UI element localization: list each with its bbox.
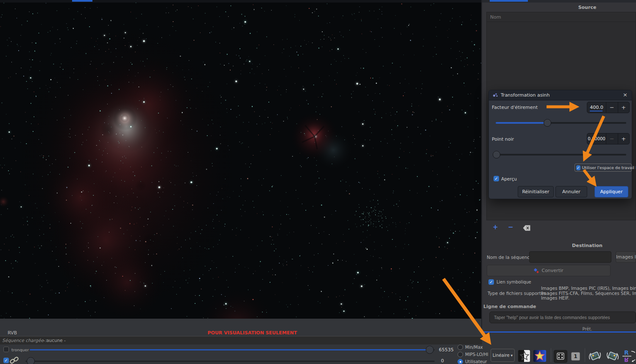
truncate-checkbox[interactable] (3, 347, 9, 352)
panel-tab-indicator (490, 0, 528, 2)
asinh-dialog: Transformation asinh × Facteur d'étireme… (488, 90, 632, 199)
filetypes-line: Images HEIF. (541, 296, 636, 301)
apply-button[interactable]: Appliquer (594, 186, 628, 197)
dialog-title: Transformation asinh (501, 92, 550, 98)
column-header-nom: Nom (490, 14, 501, 20)
dialog-titlebar[interactable]: Transformation asinh × (489, 90, 632, 100)
hi-slider-handle[interactable] (426, 346, 434, 354)
remove-files-button[interactable]: − (508, 224, 513, 231)
rgb-workspace-checkbox[interactable]: ✓ (576, 165, 580, 170)
lo-slider-track[interactable] (25, 361, 435, 362)
radio-minmax-label: Min/Max (465, 345, 483, 350)
symlink-checkbox[interactable]: ✓ (488, 279, 494, 285)
stretch-plus-button[interactable]: + (618, 102, 629, 113)
radio-minmax[interactable] (457, 345, 463, 350)
cancel-button[interactable]: Annuler (555, 186, 587, 197)
radio-mips[interactable] (457, 352, 463, 357)
fit-view-icon (554, 350, 567, 362)
sequence-name-label: Nom de la séquence : (487, 255, 535, 260)
convert-button[interactable]: Convertir (487, 265, 611, 276)
radio-mips-label: MIPS-LO/HI (465, 352, 488, 357)
source-section-title: Source (545, 5, 630, 10)
close-icon[interactable]: × (623, 92, 628, 98)
rotate-left-icon[interactable] (587, 349, 603, 363)
checkmark-icon: ✓ (4, 358, 8, 363)
radio-user[interactable] (457, 359, 463, 364)
display-mode-value: Linéaire (493, 353, 510, 358)
blackpoint-value[interactable]: 0.00000 (587, 136, 606, 141)
entry-focus-underline (590, 111, 603, 111)
add-files-button[interactable]: + (493, 224, 498, 231)
sequence-status-row: Séquence chargée : - aucune - (0, 336, 482, 345)
preview-checkbox[interactable]: ✓ (494, 176, 499, 181)
link-channels-checkbox[interactable]: ✓ (3, 358, 9, 363)
output-format-dropdown[interactable]: Images F (616, 251, 636, 263)
filetypes-line: Images BMP, Images PIC (IRIS), Images bi… (541, 286, 636, 291)
convert-label: Convertir (541, 268, 563, 273)
blackpoint-label: Point noir (492, 136, 514, 142)
siril-window: RVB POUR VISUALISATION SEULEMENT Séquenc… (0, 0, 636, 364)
stretch-minus-button[interactable]: − (606, 102, 617, 113)
checkmark-icon: ✓ (577, 166, 580, 170)
sequence-loaded-value: - aucune - (43, 338, 66, 343)
fit-view-button[interactable] (554, 350, 567, 363)
radio-user-label: Utilisateur (465, 359, 487, 364)
toolbar-separator (551, 348, 551, 362)
display-mode-dropdown[interactable]: Linéaire ▼ (491, 349, 515, 362)
stretch-slider-handle[interactable] (544, 119, 551, 127)
destination-section-title: Destination (545, 243, 630, 248)
stretch-factor-label: Facteur d'étirement (492, 105, 538, 110)
lo-value: 0 (441, 358, 444, 364)
flip-top-letter: R (624, 349, 629, 356)
truncate-label: tronquer (11, 347, 29, 352)
hi-slider-fill (30, 349, 430, 350)
asinh-dialog-icon (492, 92, 498, 98)
blackpoint-plus-button[interactable]: + (618, 133, 629, 144)
preview-label: Aperçu (501, 176, 517, 181)
flip-bottom-letter: R (624, 356, 629, 363)
flip-vertical-icon[interactable]: R R (622, 348, 635, 364)
chevron-down-icon: ▼ (511, 354, 513, 357)
blackpoint-slider-handle[interactable] (493, 151, 500, 158)
negative-view-icon[interactable] (518, 350, 530, 362)
rgb-workspace-row[interactable]: ✓ Utiliser l'espace de travail RGB (575, 164, 632, 172)
toolbar-separator (585, 348, 585, 362)
stretch-factor-value[interactable]: 400.0 (587, 105, 606, 110)
lo-slider-handle[interactable] (27, 357, 35, 364)
chain-link-icon (10, 356, 19, 364)
hi-value: 65535 (439, 347, 454, 353)
image-tab-bar: RVB POUR VISUALISATION SEULEMENT (0, 319, 482, 336)
commandline-title: Ligne de commande (483, 304, 536, 309)
rotate-right-icon[interactable] (605, 349, 620, 363)
sequence-name-input[interactable] (529, 251, 611, 263)
convert-icon (534, 268, 539, 273)
progress-bar (482, 331, 636, 333)
false-color-star-icon[interactable] (533, 350, 546, 362)
filetypes-label: Type de fichiers supportés : (488, 291, 549, 296)
zoom-one-to-one-button[interactable]: 1 (571, 352, 580, 361)
sequence-loaded-label: Séquence chargée : (2, 338, 47, 343)
reset-button[interactable]: Réinitialiser (518, 186, 554, 197)
clear-list-icon[interactable] (523, 225, 530, 231)
blackpoint-minus-button[interactable]: − (606, 133, 617, 144)
command-input[interactable] (489, 311, 636, 323)
checkmark-icon: ✓ (489, 280, 493, 284)
filetypes-text: Images BMP, Images PIC (IRIS), Images bi… (541, 286, 636, 301)
stretch-slider-fill (496, 122, 547, 124)
list-header-row[interactable]: Nom (487, 12, 636, 22)
rgb-workspace-label: Utiliser l'espace de travail RGB (582, 165, 636, 170)
image-canvas[interactable] (0, 3, 482, 319)
blackpoint-spinbox: 0.00000 − + (587, 133, 630, 144)
blackpoint-slider-track[interactable] (496, 154, 626, 156)
color-star (536, 352, 544, 360)
status-ready: Prêt. (551, 327, 623, 331)
stretch-factor-spinbox: 400.0 − + (587, 102, 630, 113)
left-tab-indicator (72, 0, 92, 2)
symlink-label: Lien symbolique (497, 280, 531, 284)
checkmark-icon: ✓ (494, 176, 498, 181)
visualisation-warning: POUR VISUALISATION SEULEMENT (0, 330, 505, 336)
star-outline (520, 352, 529, 360)
